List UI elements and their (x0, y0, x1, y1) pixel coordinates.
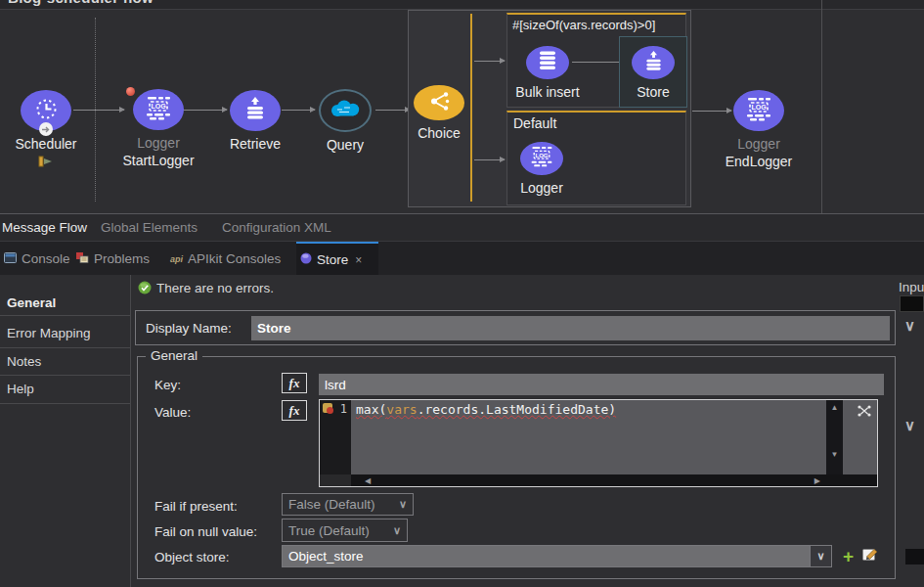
problems-icon (76, 251, 89, 266)
node-name-label: EndLogger (705, 154, 813, 169)
chevron-down-icon[interactable]: ∨ (904, 417, 915, 434)
key-input[interactable]: lsrd (319, 374, 884, 395)
chevron-down-icon: ∨ (393, 524, 401, 537)
sidebar-item-help[interactable]: Help (7, 382, 34, 396)
code-post: .records.LastModifiedDate) (418, 402, 617, 417)
tab-store[interactable]: Store × (296, 242, 378, 276)
editor-scroll-corner (320, 474, 351, 486)
node-end-logger[interactable]: LOG Logger EndLogger (705, 90, 813, 169)
code-pre: max( (356, 402, 386, 417)
svg-text:LOG: LOG (151, 103, 166, 110)
fail-on-null-label: Fail on null value: (154, 524, 257, 539)
tab-label: Problems (94, 251, 150, 266)
scroll-right-icon[interactable]: ▶ (814, 476, 820, 486)
editor-scroll-corner (826, 474, 877, 486)
node-bulk-insert[interactable]: Bulk insert (494, 46, 601, 100)
object-store-label: Object store: (154, 550, 230, 564)
logger-icon: LOG (144, 96, 173, 124)
key-fx-button[interactable]: fx (282, 373, 307, 393)
trigger-badge-icon (39, 122, 53, 136)
group-legend: General (146, 348, 202, 363)
flow-title-strip: Blog-scheduler flow (0, 0, 924, 10)
database-icon (536, 50, 559, 75)
add-object-store-button[interactable]: + (843, 549, 854, 564)
editor-content[interactable]: max(vars.records.LastModifiedDate) (351, 400, 826, 474)
node-type-label: Logger (105, 135, 212, 151)
editor-icon-column (843, 400, 877, 474)
display-name-input[interactable]: Store (251, 316, 890, 340)
value-fx-button[interactable]: fx (282, 400, 307, 421)
sidebar-item-notes[interactable]: Notes (7, 354, 41, 369)
sidebar-item-error-mapping[interactable]: Error Mapping (7, 326, 91, 340)
node-store[interactable]: Store (599, 46, 707, 100)
divider (0, 403, 130, 404)
tab-console[interactable]: Console (0, 242, 74, 276)
display-name-section: Display Name: Store (135, 310, 896, 345)
svg-text:LOG: LOG (751, 104, 767, 111)
node-choice[interactable]: Choice (385, 85, 493, 141)
object-store-value: Object_store (283, 546, 810, 566)
scroll-left-icon[interactable]: ◀ (365, 476, 371, 486)
default-branch-label: Default (507, 113, 685, 131)
chevron-down-icon[interactable]: ∨ (904, 317, 915, 335)
node-scheduler[interactable]: Scheduler (0, 90, 100, 171)
display-name-label: Display Name: (146, 321, 232, 336)
dropdown-value: True (Default) (288, 523, 370, 538)
node-start-logger[interactable]: LOG Logger StartLogger (105, 89, 212, 168)
edit-object-store-button[interactable] (862, 547, 879, 565)
salesforce-cloud-icon (329, 99, 362, 123)
fail-if-present-dropdown[interactable]: False (Default) ∨ (282, 493, 414, 516)
tab-label: Console (22, 251, 70, 266)
dropdown-value: False (Default) (288, 497, 375, 512)
chevron-down-icon: ∨ (816, 550, 824, 563)
editor-gutter: 1 (320, 400, 351, 474)
tab-label: Store (317, 252, 348, 267)
logger-icon: LOG (744, 97, 773, 125)
scroll-down-icon[interactable]: ▼ (826, 450, 843, 460)
node-type-label: Logger (705, 136, 813, 152)
fail-if-present-label: Fail if present: (154, 499, 238, 514)
tab-label: APIkit Consoles (188, 251, 281, 266)
node-label: Query (291, 137, 399, 153)
divider (0, 347, 130, 348)
code-var: vars (386, 402, 417, 417)
when-condition-label: #[sizeOf(vars.records)>0] (507, 15, 685, 32)
tab-configuration-xml[interactable]: Configuration XML (222, 220, 331, 235)
input-panel-box (900, 295, 924, 312)
database-up-icon (242, 96, 268, 125)
line-number: 1 (320, 402, 347, 416)
key-label: Key: (154, 378, 181, 392)
scrollbar-thumb[interactable] (905, 549, 924, 564)
scroll-up-icon[interactable]: ▲ (826, 403, 843, 413)
editor-horizontal-scrollbar[interactable]: ◀ ▶ (351, 474, 826, 486)
editor-vertical-scrollbar[interactable]: ▲ ▼ (826, 400, 843, 474)
node-label: Bulk insert (494, 84, 601, 100)
store-sphere-icon (300, 252, 312, 267)
tab-global-elements[interactable]: Global Elements (101, 220, 198, 235)
canvas-right-divider (821, 0, 822, 213)
properties-panel: General Error Mapping Notes Help There a… (0, 275, 924, 587)
choice-branch-icon (427, 90, 452, 116)
apikit-icon: api (170, 254, 183, 264)
node-query[interactable]: Query (291, 89, 399, 153)
svg-text:LOG: LOG (535, 153, 548, 158)
node-default-logger[interactable]: LOG Logger (488, 142, 595, 196)
tab-apikit-consoles[interactable]: api APIkit Consoles (166, 242, 285, 276)
clock-icon (33, 96, 60, 126)
run-flag-icon[interactable] (0, 154, 100, 171)
value-label: Value: (154, 405, 191, 420)
flow-canvas[interactable]: Blog-scheduler flow #[sizeOf(vars.record… (0, 0, 924, 214)
dataweave-expression-icon (857, 404, 872, 422)
general-group-box: General Key: fx lsrd Value: fx 1 max(var… (137, 356, 896, 579)
object-store-combo[interactable]: Object_store ∨ (282, 545, 832, 567)
node-label: Choice (385, 125, 493, 141)
fail-on-null-dropdown[interactable]: True (Default) ∨ (282, 519, 408, 542)
database-up-icon (642, 50, 665, 76)
tab-problems[interactable]: Problems (72, 242, 154, 276)
value-expression-editor[interactable]: 1 max(vars.records.LastModifiedDate) ▲ ▼… (319, 399, 878, 487)
check-icon (138, 281, 152, 298)
sidebar-item-general[interactable]: General (7, 295, 56, 310)
tab-message-flow[interactable]: Message Flow (2, 220, 87, 235)
close-icon[interactable]: × (355, 253, 362, 267)
combo-dropdown-button[interactable]: ∨ (810, 546, 831, 566)
